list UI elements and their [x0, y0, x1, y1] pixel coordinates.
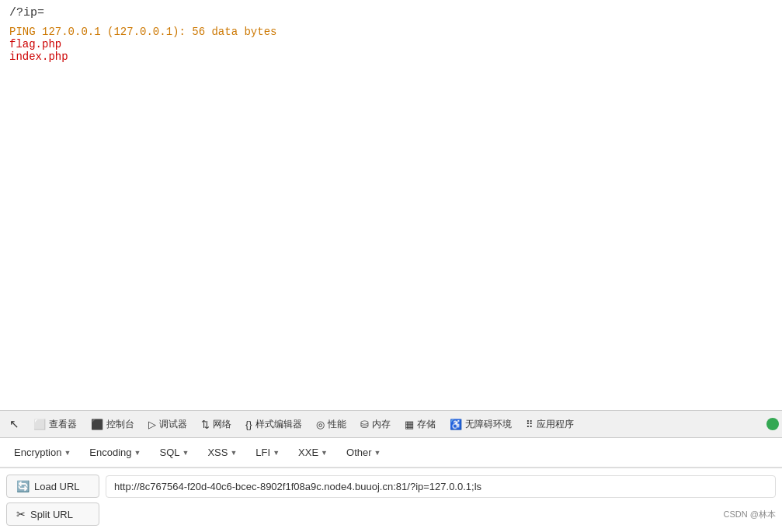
query-line: /?ip= [9, 6, 773, 19]
devtools-memory[interactable]: ⛁ 内存 [354, 415, 397, 434]
devtools-apps[interactable]: ⠿ 应用程序 [520, 415, 580, 434]
devtools-style-editor[interactable]: {} 样式编辑器 [239, 415, 308, 434]
other-label: Other [346, 447, 372, 458]
xxe-label: XXE [298, 447, 318, 458]
csdn-badge: CSDN @林本 [724, 509, 776, 520]
inspector-icon: ⬜ [33, 419, 46, 430]
memory-label: 内存 [372, 418, 391, 431]
url-input[interactable] [106, 475, 776, 498]
devtools-inspector[interactable]: ⬜ 查看器 [27, 415, 83, 434]
pointer-icon: ↖ [9, 417, 19, 431]
debugger-label: 调试器 [159, 418, 187, 431]
devtools-pointer[interactable]: ↖ [3, 414, 26, 434]
toolbar: Encryption ▼ Encoding ▼ SQL ▼ XSS ▼ LFI … [0, 438, 782, 468]
main-output: /?ip= PING 127.0.0.1 (127.0.0.1): 56 dat… [0, 0, 782, 410]
devtools-debugger[interactable]: ▷ 调试器 [142, 415, 193, 434]
load-url-button[interactable]: 🔄 Load URL [6, 475, 99, 498]
xxe-dropdown[interactable]: XXE ▼ [290, 443, 335, 462]
debugger-icon: ▷ [148, 419, 156, 430]
network-icon: ⇅ [201, 419, 210, 430]
a11y-label: 无障碍环境 [465, 418, 512, 431]
devtools-console[interactable]: ⬛ 控制台 [85, 415, 141, 434]
xxe-arrow: ▼ [321, 449, 328, 457]
file-line-2: index.php [9, 50, 773, 63]
sql-arrow: ▼ [182, 449, 189, 457]
performance-label: 性能 [328, 418, 346, 431]
style-editor-label: 样式编辑器 [255, 418, 302, 431]
sql-dropdown[interactable]: SQL ▼ [151, 443, 196, 462]
storage-icon: ▦ [405, 419, 414, 430]
style-editor-icon: {} [245, 419, 252, 430]
console-label: 控制台 [106, 418, 134, 431]
split-url-button[interactable]: ✂ Split URL [6, 502, 99, 526]
devtools-network[interactable]: ⇅ 网络 [195, 415, 238, 434]
encryption-dropdown[interactable]: Encryption ▼ [6, 443, 78, 462]
load-url-label: Load URL [34, 481, 80, 492]
devtools-status-dot [766, 418, 779, 430]
devtools-storage[interactable]: ▦ 存储 [398, 415, 442, 434]
split-url-icon: ✂ [16, 508, 26, 520]
network-label: 网络 [213, 418, 231, 431]
devtools-performance[interactable]: ◎ 性能 [310, 415, 353, 434]
memory-icon: ⛁ [360, 419, 369, 430]
load-url-icon: 🔄 [16, 480, 30, 492]
split-url-row: ✂ Split URL CSDN @林本 [6, 502, 776, 526]
encoding-label: Encoding [89, 447, 131, 458]
file-line-1: flag.php [9, 38, 773, 50]
sql-label: SQL [159, 447, 179, 458]
encoding-arrow: ▼ [134, 449, 141, 457]
apps-icon: ⠿ [526, 419, 533, 430]
lfi-label: LFI [255, 447, 270, 458]
other-arrow: ▼ [374, 449, 381, 457]
split-url-label: Split URL [30, 509, 73, 520]
a11y-icon: ♿ [450, 419, 462, 430]
storage-label: 存储 [417, 418, 436, 431]
apps-label: 应用程序 [537, 418, 574, 431]
encoding-dropdown[interactable]: Encoding ▼ [82, 443, 148, 462]
lfi-arrow: ▼ [273, 449, 280, 457]
devtools-a11y[interactable]: ♿ 无障碍环境 [443, 415, 518, 434]
encryption-arrow: ▼ [64, 449, 71, 457]
xss-dropdown[interactable]: XSS ▼ [200, 443, 245, 462]
console-icon: ⬛ [91, 419, 103, 430]
encryption-label: Encryption [14, 447, 61, 458]
devtools-bar: ↖ ⬜ 查看器 ⬛ 控制台 ▷ 调试器 ⇅ 网络 {} 样式编辑器 ◎ 性能 ⛁… [0, 410, 782, 438]
xss-label: XSS [207, 447, 228, 458]
performance-icon: ◎ [316, 419, 325, 430]
lfi-dropdown[interactable]: LFI ▼ [248, 443, 287, 462]
ping-line: PING 127.0.0.1 (127.0.0.1): 56 data byte… [9, 26, 773, 38]
xss-arrow: ▼ [230, 449, 237, 457]
bottom-bar: 🔄 Load URL ✂ Split URL CSDN @林本 [0, 468, 782, 532]
other-dropdown[interactable]: Other ▼ [339, 443, 388, 462]
inspector-label: 查看器 [49, 418, 77, 431]
load-url-row: 🔄 Load URL [6, 475, 776, 498]
